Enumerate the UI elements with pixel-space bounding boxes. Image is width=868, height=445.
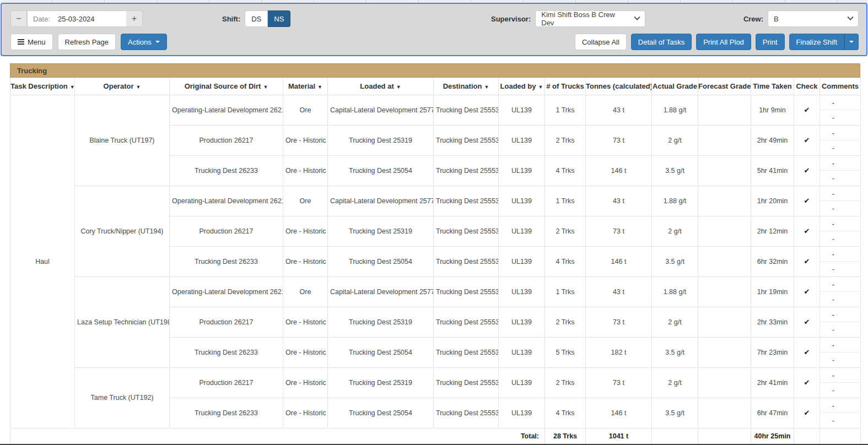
tonnes-cell: 73 t	[586, 216, 652, 246]
total-label: Total:	[10, 428, 545, 444]
check-icon[interactable]: ✔	[794, 155, 820, 186]
comments-cell: - -	[820, 246, 861, 276]
destination-cell: Trucking Dest 25553	[434, 398, 499, 428]
crew-select[interactable]: B	[768, 10, 859, 27]
check-icon[interactable]: ✔	[794, 125, 820, 155]
supervisor-select[interactable]: Kimi Shift Boss B Crew Dev	[535, 10, 645, 27]
section-header-trucking[interactable]: Trucking	[10, 63, 860, 78]
filter-icon[interactable]: ▼	[70, 84, 75, 90]
tonnes-cell: 73 t	[586, 307, 652, 337]
menu-icon	[18, 38, 24, 46]
filter-icon[interactable]: ▼	[317, 84, 322, 90]
tonnes-cell: 146 t	[586, 246, 652, 276]
time-taken-cell: 2hr 33min	[751, 307, 794, 337]
time-taken-cell: 1hr 9min	[751, 95, 794, 125]
caret-down-icon	[849, 41, 854, 43]
toolbar-row-filters: − Date: 25-03-2024 + Shift: DS NS Superv…	[2, 10, 866, 28]
actions-label: Actions	[128, 38, 152, 46]
col-operator[interactable]: Operator▼	[75, 78, 170, 95]
check-icon[interactable]: ✔	[794, 216, 820, 246]
material-cell: Ore - Historic	[283, 246, 328, 276]
menu-button-label: Menu	[28, 38, 46, 46]
collapse-all-button[interactable]: Collapse All	[575, 34, 627, 50]
check-icon[interactable]: ✔	[794, 186, 820, 216]
comment-bottom: -	[820, 110, 860, 125]
toolbar-left-buttons: Menu Refresh Page Actions	[10, 34, 167, 50]
filter-icon[interactable]: ▼	[396, 84, 401, 90]
comment-bottom: -	[820, 322, 860, 337]
refresh-page-button[interactable]: Refresh Page	[58, 34, 116, 50]
finalize-shift-dropdown-button[interactable]	[844, 34, 859, 50]
menu-button[interactable]: Menu	[10, 34, 53, 50]
col-destination[interactable]: Destination▼	[434, 78, 499, 95]
check-icon[interactable]: ✔	[794, 367, 820, 398]
print-all-plod-button[interactable]: Print All Plod	[696, 34, 751, 50]
destination-cell: Trucking Dest 25553	[434, 186, 499, 216]
time-taken-cell: 2hr 12min	[751, 216, 794, 246]
filter-icon[interactable]: ▼	[263, 84, 268, 90]
actual-grade-cell: 2 g/t	[652, 216, 698, 246]
filter-icon[interactable]: ▼	[538, 84, 543, 90]
col-loaded-by[interactable]: Loaded by▼	[499, 78, 545, 95]
time-taken-cell: 7hr 23min	[751, 337, 794, 367]
check-icon[interactable]: ✔	[794, 398, 820, 428]
comment-top: -	[820, 368, 860, 383]
finalize-shift-button[interactable]: Finalize Shift	[789, 34, 844, 50]
shift-label: Shift:	[222, 15, 240, 23]
date-increment-button[interactable]: +	[126, 10, 143, 27]
finalize-shift-split-button: Finalize Shift	[789, 34, 859, 50]
shift-ns-button[interactable]: NS	[268, 10, 290, 27]
col-tonnes: Tonnes (calculated)	[586, 78, 652, 95]
total-trucks: 28 Trks	[545, 428, 586, 444]
forecast-grade-cell	[698, 155, 751, 186]
loaded-by-cell: UL139	[499, 125, 545, 155]
destination-cell: Trucking Dest 25553	[434, 125, 499, 155]
col-loaded-at[interactable]: Loaded at▼	[328, 78, 434, 95]
loaded-by-cell: UL139	[499, 398, 545, 428]
print-label: Print	[763, 38, 778, 46]
col-material[interactable]: Material▼	[283, 78, 328, 95]
date-decrement-button[interactable]: −	[10, 10, 27, 27]
tonnes-cell: 43 t	[586, 276, 652, 307]
crew-value: B	[774, 15, 779, 23]
loaded-at-cell: Trucking Dest 25054	[328, 398, 434, 428]
loaded-at-cell: Capital-Lateral Development 25772	[328, 276, 434, 307]
col-actual-grade: Actual Grade	[652, 78, 698, 95]
check-icon[interactable]: ✔	[794, 95, 820, 125]
detail-of-tasks-button[interactable]: Detail of Tasks	[631, 34, 692, 50]
check-icon[interactable]: ✔	[794, 246, 820, 276]
source-cell: Production 26217	[170, 216, 283, 246]
loaded-at-cell: Capital-Lateral Development 25772	[328, 186, 434, 216]
shift-ds-button[interactable]: DS	[245, 10, 268, 27]
loaded-at-cell: Trucking Dest 25319	[328, 216, 434, 246]
forecast-grade-cell	[698, 246, 751, 276]
check-icon[interactable]: ✔	[794, 307, 820, 337]
section-title: Trucking	[17, 67, 47, 75]
comment-bottom: -	[820, 171, 860, 186]
trucks-cell: 1 Trks	[545, 186, 586, 216]
total-row: Total: 28 Trks 1041 t 40hr 25min	[10, 428, 861, 444]
print-button[interactable]: Print	[756, 34, 785, 50]
check-icon[interactable]: ✔	[794, 337, 820, 367]
actions-dropdown-button[interactable]: Actions	[121, 34, 167, 50]
loaded-by-cell: UL139	[499, 307, 545, 337]
forecast-grade-cell	[698, 307, 751, 337]
material-cell: Ore - Historic	[283, 216, 328, 246]
actual-grade-cell: 1.88 g/t	[652, 186, 698, 216]
source-cell: Operating-Lateral Development 26210	[170, 276, 283, 307]
time-taken-cell: 6hr 32min	[751, 246, 794, 276]
comment-bottom: -	[820, 201, 860, 216]
destination-cell: Trucking Dest 25553	[434, 95, 499, 125]
actual-grade-cell: 3.5 g/t	[652, 398, 698, 428]
comments-cell: - -	[820, 367, 861, 398]
tonnes-cell: 182 t	[586, 337, 652, 367]
tonnes-cell: 43 t	[586, 95, 652, 125]
actual-grade-cell: 3.5 g/t	[652, 337, 698, 367]
filter-icon[interactable]: ▼	[136, 84, 141, 90]
col-task-description[interactable]: Task Description▼	[10, 78, 75, 95]
caret-down-icon	[155, 41, 160, 43]
col-original-source[interactable]: Original Source of Dirt▼	[170, 78, 283, 95]
filter-icon[interactable]: ▼	[484, 84, 489, 90]
date-input[interactable]: Date: 25-03-2024	[27, 10, 126, 27]
check-icon[interactable]: ✔	[794, 276, 820, 307]
